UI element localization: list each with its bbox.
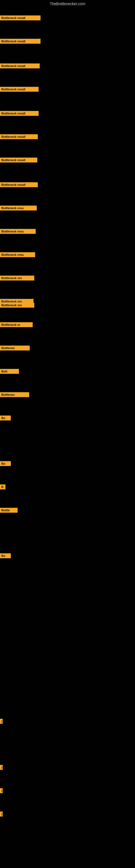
bottleneck-badge: Bottleneck result <box>0 63 40 68</box>
bottleneck-badge: Bottle <box>0 508 17 513</box>
bottleneck-badge: Bott <box>0 369 19 374</box>
bottleneck-badge: | <box>0 812 3 816</box>
bottleneck-badge: | <box>0 788 3 793</box>
bottleneck-badge: | <box>0 719 3 724</box>
bottleneck-badge: Bottleneck result <box>0 182 38 187</box>
bottleneck-badge: Bo <box>0 553 11 558</box>
bottleneck-badge: Bottleneck resu <box>0 206 37 211</box>
bottleneck-badge: Bo <box>0 415 11 421</box>
bottleneck-badge: Bottlenec <box>0 346 30 350</box>
site-title: TheBottlenecker.com <box>0 0 135 7</box>
bottleneck-badge: Bottleneck result <box>0 111 39 116</box>
bottleneck-badge: Bo <box>0 461 11 466</box>
bottleneck-badge: Bottleneck resu <box>0 252 35 257</box>
bottleneck-badge: Bottleneck result <box>0 16 41 20</box>
bottleneck-badge: Bottleneck result <box>0 134 38 139</box>
bottleneck-badge: | <box>0 765 3 770</box>
bottleneck-badge: Bottleneck result <box>0 87 39 92</box>
bottleneck-badge: Bottleneck result <box>0 39 41 44</box>
bottleneck-badge: Bottleneck res <box>0 303 34 308</box>
bottleneck-badge: Bottleneck res <box>0 276 34 280</box>
bottleneck-badge: Bottleneck result <box>0 158 37 162</box>
bottleneck-badge: B <box>0 485 5 489</box>
bottleneck-badge: Bottlenec <box>0 392 29 397</box>
bottleneck-badge: Bottleneck re <box>0 322 33 327</box>
bottleneck-badge: Bottleneck resu <box>0 229 36 234</box>
